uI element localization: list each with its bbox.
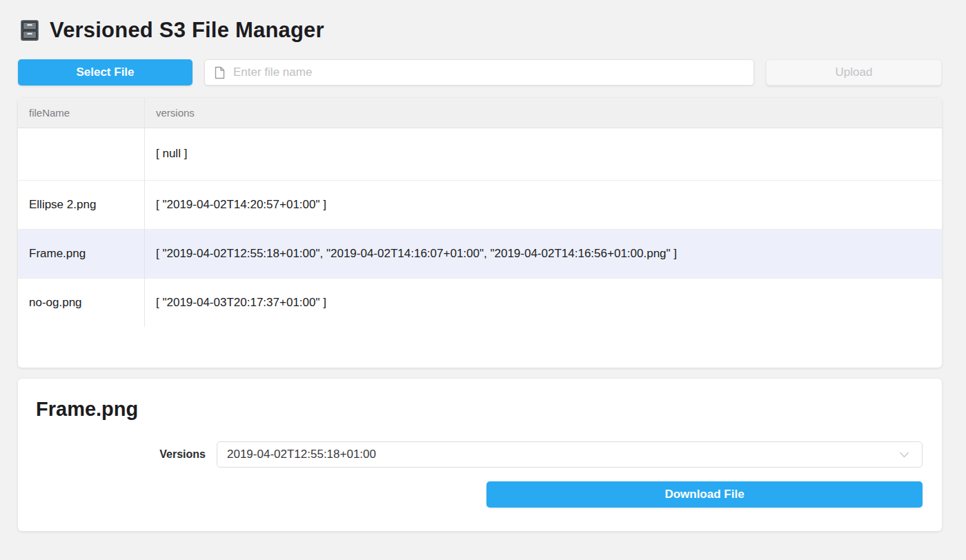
- files-table: fileName versions [ null ] Ellipse 2.png…: [18, 98, 942, 327]
- version-select[interactable]: 2019-04-02T12:55:18+01:00: [217, 441, 923, 468]
- table-row[interactable]: Frame.png [ "2019-04-02T12:55:18+01:00",…: [18, 230, 942, 279]
- cell-filename: Ellipse 2.png: [18, 181, 145, 230]
- table-row[interactable]: Ellipse 2.png [ "2019-04-02T14:20:57+01:…: [18, 181, 942, 230]
- table-row[interactable]: [ null ]: [18, 128, 942, 181]
- cell-filename: Frame.png: [18, 230, 145, 279]
- column-header-filename: fileName: [18, 98, 145, 128]
- cell-versions: [ "2019-04-02T14:20:57+01:00" ]: [145, 181, 943, 230]
- select-file-button[interactable]: Select File: [18, 59, 193, 86]
- cell-versions: [ null ]: [145, 128, 943, 181]
- file-cabinet-icon: [18, 19, 41, 42]
- cell-versions: [ "2019-04-03T20:17:37+01:00" ]: [145, 279, 943, 328]
- download-button-row: Download File: [36, 481, 923, 508]
- download-file-button[interactable]: Download File: [486, 481, 923, 508]
- chevron-down-icon: [899, 452, 909, 458]
- page: Versioned S3 File Manager Select File Up…: [0, 0, 966, 531]
- versions-label: Versions: [36, 448, 217, 461]
- toolbar: Select File Upload: [18, 59, 942, 86]
- file-name-field-wrap: [204, 59, 754, 86]
- file-detail-card: Frame.png Versions 2019-04-02T12:55:18+0…: [18, 379, 942, 531]
- document-icon: [215, 66, 225, 79]
- file-name-input[interactable]: [232, 65, 744, 80]
- version-select-value: 2019-04-02T12:55:18+01:00: [227, 448, 899, 461]
- column-header-versions: versions: [145, 98, 943, 128]
- versions-form-row: Versions 2019-04-02T12:55:18+01:00: [36, 441, 923, 468]
- detail-file-title: Frame.png: [36, 398, 923, 421]
- table-row[interactable]: no-og.png [ "2019-04-03T20:17:37+01:00" …: [18, 279, 942, 328]
- upload-button[interactable]: Upload: [766, 59, 942, 86]
- cell-versions: [ "2019-04-02T12:55:18+01:00", "2019-04-…: [145, 230, 943, 279]
- cell-filename: no-og.png: [18, 279, 145, 328]
- cell-filename: [18, 128, 145, 181]
- page-title: Versioned S3 File Manager: [50, 18, 324, 43]
- files-table-card: fileName versions [ null ] Ellipse 2.png…: [18, 98, 942, 368]
- table-header-row: fileName versions: [18, 98, 942, 128]
- app-header: Versioned S3 File Manager: [18, 15, 942, 46]
